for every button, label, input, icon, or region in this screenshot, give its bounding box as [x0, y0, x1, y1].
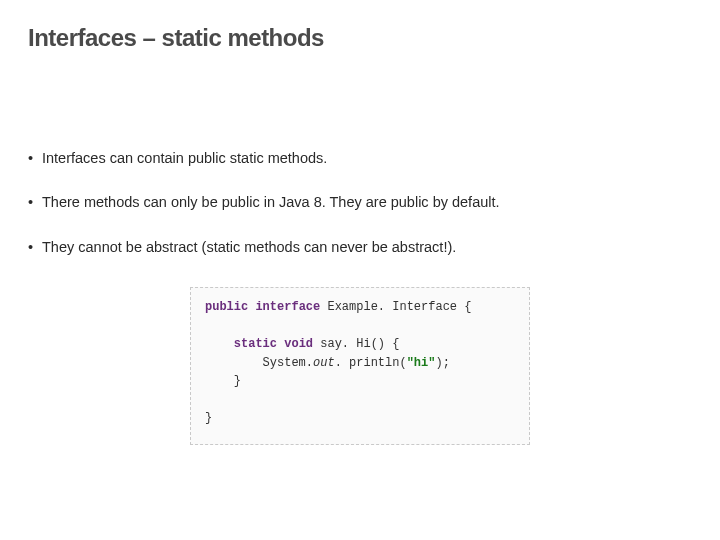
println-text: . println( [335, 356, 407, 370]
brace: { [464, 300, 471, 314]
class-name: Example. Interface [327, 300, 457, 314]
keyword-static: static [234, 337, 277, 351]
keyword-void: void [284, 337, 313, 351]
slide-title: Interfaces – static methods [28, 24, 692, 52]
method-name: say. Hi [320, 337, 370, 351]
keyword-public: public [205, 300, 248, 314]
parens-brace: () { [371, 337, 400, 351]
close-call: ); [435, 356, 449, 370]
bullet-item: Interfaces can contain public static met… [28, 148, 692, 168]
string-literal: "hi" [407, 356, 436, 370]
bullet-item: There methods can only be public in Java… [28, 192, 692, 212]
code-snippet: public interface Example. Interface { st… [190, 287, 530, 445]
keyword-interface: interface [255, 300, 320, 314]
sys-text: System. [263, 356, 313, 370]
brace-close: } [205, 411, 212, 425]
out-text: out [313, 356, 335, 370]
bullet-list: Interfaces can contain public static met… [28, 148, 692, 257]
bullet-item: They cannot be abstract (static methods … [28, 237, 692, 257]
brace-close: } [234, 374, 241, 388]
